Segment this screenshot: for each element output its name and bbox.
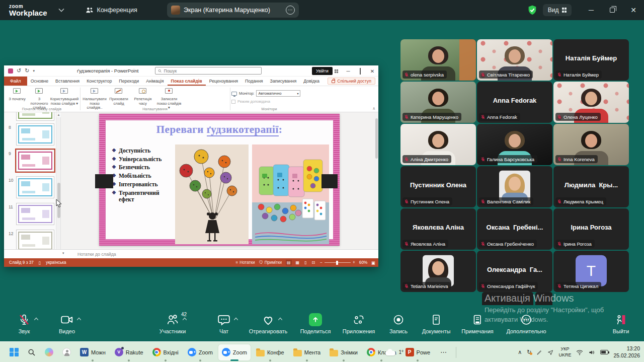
comments-toggle[interactable]: 🗨 Примітки — [259, 260, 282, 265]
toolbar-leave-button[interactable]: Выйти — [597, 313, 644, 334]
participant-tile-6[interactable]: Олена Луценко — [553, 82, 629, 123]
toolbar-mic-muted-button[interactable]: Звук — [1, 313, 48, 334]
taskbar-app-start[interactable] — [6, 344, 22, 360]
pen-icon[interactable] — [536, 349, 542, 355]
taskbar-app-знімки[interactable]: Знімки — [326, 344, 361, 360]
volume-icon[interactable] — [588, 349, 595, 355]
qat-dropdown-icon[interactable]: ▾ — [33, 69, 35, 73]
language-indicator[interactable]: українська — [46, 260, 66, 265]
taskbar-app-rakute[interactable]: VRakute — [111, 344, 147, 360]
taskbar-clock[interactable]: 13:20 25.02.2026 — [613, 345, 640, 359]
wifi-icon[interactable] — [576, 349, 583, 355]
presenter-mode-checkbox[interactable]: Режим доповідача — [231, 99, 307, 104]
view-switcher[interactable]: ▤▦▯⊡ — [286, 260, 316, 265]
taskbar-app-search[interactable] — [24, 344, 39, 360]
toolbar-notes-button[interactable]: Примечания — [454, 313, 501, 334]
ribbon-tab-10[interactable]: Записування — [267, 77, 300, 86]
redo-icon[interactable]: ↻ — [25, 67, 29, 74]
chevron-up-icon[interactable] — [233, 317, 238, 321]
chevron-up-icon[interactable] — [182, 317, 187, 321]
chevron-up-icon[interactable] — [76, 317, 82, 321]
scroll-up-arrow[interactable]: ▲ — [56, 112, 61, 117]
update-sync-icon[interactable]: ↻ — [527, 349, 531, 355]
ppt-close-button[interactable]: ✕ — [366, 68, 378, 74]
ppt-notes-bar[interactable]: ▾ Нотатки до слайда — [4, 249, 378, 258]
battery-icon[interactable] — [600, 350, 608, 354]
fit-slide-icon[interactable]: ▣ — [371, 260, 375, 265]
ppt-restore-button[interactable] — [354, 68, 366, 74]
taskbar-app-person[interactable] — [59, 344, 74, 360]
canvas-scrollbar[interactable] — [374, 112, 378, 249]
slide-sorter-icon[interactable]: ▦ — [295, 260, 301, 265]
restore-button[interactable] — [602, 0, 623, 20]
participant-tile-1[interactable]: olena serpivska — [400, 39, 476, 81]
ribbon-tab-3[interactable]: Вставлення — [52, 77, 83, 86]
chevron-up-icon[interactable] — [34, 317, 39, 321]
ribbon-tab-1[interactable]: Файл — [4, 77, 27, 86]
thumbnail-scrollbar[interactable]: ▲ — [56, 112, 61, 249]
location-icon[interactable] — [547, 349, 553, 355]
taskbar-app-zoom[interactable]: Zoom — [184, 344, 216, 360]
ellipsis-icon[interactable]: ⋯ — [286, 6, 295, 15]
notes-toggle[interactable]: ≡ Нотатки — [235, 260, 255, 265]
tab-conference[interactable]: Конференция — [80, 4, 142, 17]
minimize-button[interactable]: ─ — [581, 0, 602, 20]
ribbon-tab-7[interactable]: Показ слайдів — [168, 77, 206, 86]
ribbon-tab-5[interactable]: Переходи — [115, 77, 142, 86]
participant-tile-16[interactable]: Tetiana Marieieva — [400, 251, 476, 292]
participant-tile-10[interactable]: Пустинник ОленаПустинник Олена — [400, 166, 476, 207]
chevron-up-icon[interactable] — [278, 317, 283, 321]
ribbon-tab-4[interactable]: Конструктор — [83, 77, 115, 86]
participant-tile-7[interactable]: Аліна Дмитренко — [400, 124, 476, 165]
reading-view-icon[interactable]: ▯ — [303, 260, 307, 265]
slide-thumbnail-12[interactable]: 12 — [16, 230, 54, 249]
search-input[interactable] — [164, 68, 259, 74]
zoom-slider[interactable]: −+ — [320, 260, 355, 265]
tab-screen-share[interactable]: Экран (Катерина Марущенко) ⋯ — [167, 3, 299, 18]
taskbar-app-можн[interactable]: WМожн — [76, 344, 109, 360]
ribbon-tab-2[interactable]: Основне — [27, 77, 52, 86]
slide-thumbnail-partial[interactable] — [16, 112, 54, 121]
undo-icon[interactable]: ↺ — [17, 67, 21, 74]
participant-tile-12[interactable]: Людмила Кры...Людмила Крымец — [553, 166, 629, 207]
ppt-search-box[interactable] — [155, 67, 262, 75]
ppt-minimize-button[interactable]: ─ — [342, 68, 354, 74]
close-button[interactable]: ✕ — [623, 0, 644, 20]
participant-tile-5[interactable]: Anna FedorakAnna Fedorak — [477, 82, 552, 123]
taskbar-app-zoom[interactable]: Zoom — [218, 344, 251, 360]
signin-button[interactable]: Увійти — [312, 67, 333, 75]
toolbar-docs-button[interactable]: Документы — [413, 313, 460, 334]
toolbar-share-button[interactable]: Поделиться — [292, 313, 339, 334]
ribbon-tab-9[interactable]: Подання — [242, 77, 267, 86]
view-button[interactable]: Вид — [543, 4, 572, 16]
participant-tile-9[interactable]: Inna Koreneva — [553, 124, 629, 165]
language-switcher[interactable]: УКР UKRE — [558, 346, 571, 358]
ribbon-tab-11[interactable]: Довідка — [300, 77, 323, 86]
slideshow-view-icon[interactable]: ⊡ — [311, 260, 316, 265]
taskbar-app-конфе[interactable]: Конфе — [253, 344, 288, 360]
taskbar-app-мента[interactable]: Мента — [290, 344, 325, 360]
ribbon-display-icon[interactable] — [331, 69, 342, 73]
toolbar-chat-button[interactable]: Чат — [200, 313, 248, 334]
slide-thumbnail-11[interactable]: 11 — [16, 203, 54, 225]
participant-tile-13[interactable]: Яковлєва АлінаЯковлєва Аліна — [400, 208, 476, 250]
collapse-ribbon-icon[interactable]: ∧ — [372, 106, 375, 111]
slide-thumbnail-9[interactable]: 9 — [16, 150, 54, 172]
participant-tile-14[interactable]: Оксана Гребені...Оксана Гребеніченко — [477, 208, 552, 250]
participant-tile-18[interactable]: TТетяна Цигикал — [553, 251, 629, 292]
ribbon-tab-8[interactable]: Рецензування — [206, 77, 242, 86]
toolbar-participants-button[interactable]: 42Участники — [149, 313, 196, 334]
participant-tile-4[interactable]: Катерина Марущенко — [400, 82, 476, 123]
taskbar-app-вхідні[interactable]: Вхідні — [149, 344, 182, 360]
show-hidden-icons[interactable]: ∧ — [518, 349, 522, 355]
toolbar-more-button[interactable]: Дополнительно — [503, 313, 550, 334]
ppt-quick-access-toolbar[interactable]: ↺ ↻ ▾ — [8, 67, 35, 74]
notes-collapse-icon[interactable]: ▾ — [62, 251, 64, 255]
weather-widget[interactable]: 1° — [384, 342, 404, 362]
chevron-down-icon[interactable] — [58, 8, 64, 12]
participant-tile-11[interactable]: Валентина Самілик — [477, 166, 552, 207]
save-icon[interactable] — [8, 68, 13, 74]
participant-tile-8[interactable]: Галина Барсуковська — [477, 124, 552, 165]
slide-thumbnail-8[interactable]: 8 — [16, 123, 54, 146]
participant-tile-15[interactable]: Ірина РогозаІрина Рогоза — [553, 208, 629, 250]
